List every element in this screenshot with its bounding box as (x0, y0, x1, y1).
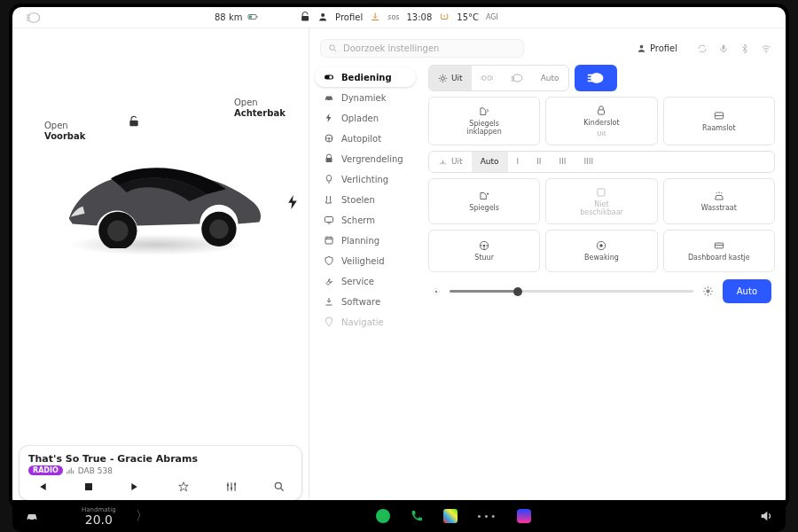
unlock-icon[interactable] (128, 115, 140, 128)
nav-opladen[interactable]: Opladen (315, 108, 416, 128)
dock-temp-up[interactable]: 〉 (136, 508, 148, 524)
nav-dynamiek[interactable]: Dynamiek (315, 88, 416, 107)
media-track: That's So True - Gracie Abrams (28, 453, 198, 465)
wipers-3[interactable]: III (551, 152, 575, 172)
svg-rect-5 (129, 121, 137, 126)
mirrors-adjust-card[interactable]: Spiegels (428, 178, 540, 225)
stop-icon[interactable] (83, 481, 94, 492)
highbeam-button[interactable] (575, 65, 617, 91)
dock-car-icon[interactable] (25, 509, 39, 523)
sos-label[interactable]: sos (387, 13, 399, 21)
search-icon (328, 43, 338, 53)
dock-app2-icon[interactable] (517, 509, 531, 523)
dock-more-icon[interactable]: ••• (477, 512, 498, 521)
svg-point-40 (706, 290, 709, 293)
carwash-icon (713, 190, 725, 202)
brightness-auto-button[interactable]: Auto (723, 279, 771, 303)
brightness-high-icon (702, 286, 714, 297)
nav-planning[interactable]: Planning (315, 231, 416, 250)
outside-temp: 15°C (457, 12, 479, 22)
charge-bolt-icon[interactable] (287, 195, 298, 209)
sentry-icon (595, 239, 607, 252)
svg-rect-26 (325, 217, 333, 223)
wipers-2[interactable]: II (528, 152, 550, 172)
brightness-low-icon (432, 287, 441, 296)
wifi-icon[interactable] (761, 43, 771, 54)
tpms-icon[interactable] (439, 12, 450, 24)
nav-autopilot[interactable]: Autopilot (315, 129, 416, 148)
sentry-card[interactable]: Bewaking (545, 230, 657, 272)
frunk-button[interactable]: OpenVoorbak (44, 121, 85, 142)
calendar-icon (324, 235, 334, 246)
download-icon[interactable] (370, 12, 380, 24)
status-profile-label[interactable]: Profiel (335, 12, 363, 22)
wipers-auto[interactable]: Auto (472, 152, 508, 172)
lights-auto[interactable]: Auto (532, 66, 568, 90)
settings-search[interactable]: Doorzoek instellingen (320, 39, 524, 58)
nav-navigatie[interactable]: Navigatie (315, 312, 416, 332)
nav-veiligheid[interactable]: Veiligheid (315, 251, 416, 270)
lights-parking[interactable] (472, 66, 502, 90)
media-search-icon[interactable] (273, 481, 286, 493)
favorite-icon[interactable] (177, 481, 190, 493)
steering-icon (478, 239, 490, 252)
svg-point-21 (326, 99, 327, 100)
lights-segment: Uit Auto (428, 65, 569, 91)
wipers-1[interactable]: I (508, 152, 528, 172)
carwash-card[interactable]: Wasstraat (663, 178, 775, 225)
settings-profile[interactable]: Profiel (637, 43, 677, 53)
wipers-4[interactable]: IIII (575, 152, 602, 172)
windowlock-icon (713, 110, 725, 122)
svg-point-30 (488, 76, 491, 81)
svg-point-39 (435, 291, 438, 293)
wheel-icon (324, 133, 334, 144)
box-icon (595, 186, 607, 199)
wipers-off[interactable]: Uit (429, 152, 472, 172)
dock-temp[interactable]: Handmatig 20.0 (82, 507, 116, 526)
windowlock-card[interactable]: Raamslot (663, 97, 775, 145)
dock-volume-icon[interactable] (759, 509, 773, 523)
svg-point-42 (34, 519, 35, 520)
nav-stoelen[interactable]: Stoelen (315, 190, 416, 209)
nav-software[interactable]: Software (315, 292, 416, 311)
svg-rect-1 (257, 16, 258, 18)
shield-icon (324, 255, 334, 266)
prev-icon[interactable] (35, 481, 48, 493)
profile-icon[interactable] (317, 12, 328, 24)
fold-mirrors-card[interactable]: Spiegels inklappen (428, 97, 540, 145)
car-visualization: OpenVoorbak OpenAchterbak (12, 28, 309, 439)
next-icon[interactable] (129, 481, 142, 493)
sun-icon (438, 74, 448, 83)
lights-lowbeam[interactable] (502, 66, 532, 90)
glovebox-card[interactable]: Dashboard kastje (663, 230, 775, 272)
dock-app1-icon[interactable] (443, 509, 458, 523)
svg-point-11 (227, 484, 229, 486)
childlock-card[interactable]: Kinderslot Uit (545, 97, 657, 145)
brightness-slider[interactable] (450, 290, 693, 293)
nav-bediening[interactable]: Bediening (315, 67, 416, 87)
media-card[interactable]: That's So True - Gracie Abrams RADIO DAB… (20, 446, 301, 500)
dock-phone-icon[interactable] (410, 509, 424, 523)
radio-badge: RADIO (28, 466, 63, 475)
mic-icon[interactable] (718, 43, 729, 54)
nav-scherm[interactable]: Scherm (315, 210, 416, 230)
lock-icon[interactable] (300, 12, 310, 24)
steering-card[interactable]: Stuur (428, 230, 540, 272)
lights-off[interactable]: Uit (429, 66, 472, 90)
svg-point-20 (329, 75, 332, 79)
svg-point-15 (330, 45, 335, 51)
svg-point-35 (483, 245, 485, 246)
trunk-button[interactable]: OpenAchterbak (234, 98, 286, 119)
svg-rect-17 (723, 44, 725, 50)
dock-spotify-icon[interactable] (376, 509, 390, 523)
childlock-icon (595, 105, 607, 117)
nav-vergrendeling[interactable]: Vergrendeling (315, 149, 416, 168)
eq-icon[interactable] (225, 481, 238, 493)
bluetooth-icon[interactable] (739, 43, 750, 54)
mirror-fold-icon (478, 106, 490, 118)
wrench-icon (324, 276, 334, 286)
svg-rect-38 (715, 244, 723, 249)
nav-verlichting[interactable]: Verlichting (315, 169, 416, 189)
sync-icon[interactable] (697, 43, 708, 54)
nav-service[interactable]: Service (315, 271, 416, 291)
